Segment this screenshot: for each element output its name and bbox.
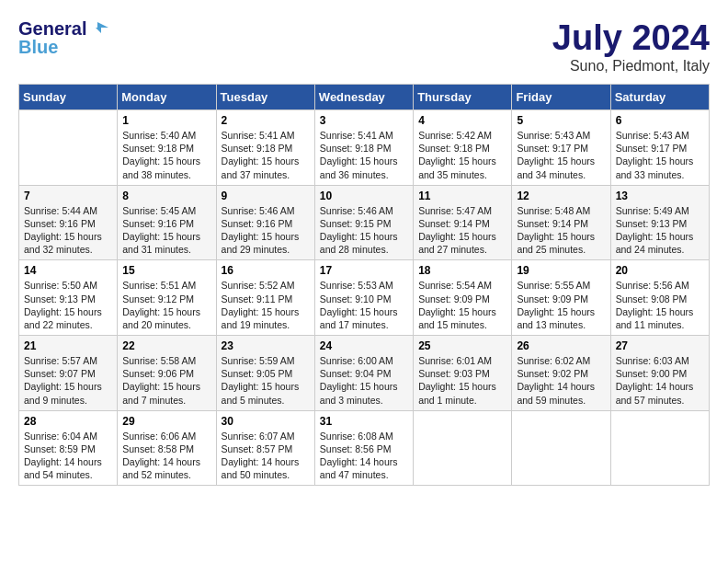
logo-bird-icon (88, 18, 108, 39)
day-number: 25 (418, 339, 506, 352)
calendar-cell: 10Sunrise: 5:46 AM Sunset: 9:15 PM Dayli… (314, 185, 413, 260)
day-number: 19 (517, 264, 605, 277)
day-details: Sunrise: 5:59 AM Sunset: 9:05 PM Dayligh… (222, 354, 310, 407)
day-details: Sunrise: 5:54 AM Sunset: 9:09 PM Dayligh… (418, 279, 506, 331)
col-monday: Monday (118, 85, 216, 110)
calendar-cell: 14Sunrise: 5:50 AM Sunset: 9:13 PM Dayli… (19, 260, 118, 336)
day-number: 31 (320, 415, 408, 428)
day-number: 4 (418, 114, 506, 127)
day-number: 30 (222, 415, 310, 428)
day-number: 10 (320, 190, 408, 202)
calendar-cell: 23Sunrise: 5:59 AM Sunset: 9:05 PM Dayli… (216, 336, 314, 411)
calendar-cell: 9Sunrise: 5:46 AM Sunset: 9:16 PM Daylig… (216, 185, 314, 260)
calendar-cell: 3Sunrise: 5:41 AM Sunset: 9:18 PM Daylig… (314, 110, 413, 186)
day-number: 5 (517, 114, 605, 127)
day-details: Sunrise: 5:51 AM Sunset: 9:12 PM Dayligh… (122, 279, 210, 331)
day-number: 16 (222, 264, 310, 277)
calendar-week-row: 14Sunrise: 5:50 AM Sunset: 9:13 PM Dayli… (19, 260, 710, 336)
day-details: Sunrise: 5:55 AM Sunset: 9:09 PM Dayligh… (517, 279, 605, 331)
day-number: 1 (122, 114, 210, 127)
col-sunday: Sunday (19, 85, 118, 110)
page-header: General Blue July 2024 Suno, Piedmont, I… (18, 18, 710, 75)
calendar-cell (19, 110, 118, 186)
day-details: Sunrise: 5:41 AM Sunset: 9:18 PM Dayligh… (320, 129, 408, 181)
calendar-cell: 27Sunrise: 6:03 AM Sunset: 9:00 PM Dayli… (610, 336, 709, 411)
day-details: Sunrise: 5:43 AM Sunset: 9:17 PM Dayligh… (517, 129, 605, 181)
day-details: Sunrise: 5:58 AM Sunset: 9:06 PM Dayligh… (122, 354, 210, 407)
calendar-cell: 11Sunrise: 5:47 AM Sunset: 9:14 PM Dayli… (414, 185, 512, 260)
calendar-cell: 8Sunrise: 5:45 AM Sunset: 9:16 PM Daylig… (118, 185, 216, 260)
day-details: Sunrise: 6:03 AM Sunset: 9:00 PM Dayligh… (616, 354, 704, 407)
logo-blue: Blue (18, 37, 58, 57)
calendar-cell: 28Sunrise: 6:04 AM Sunset: 8:59 PM Dayli… (19, 410, 118, 486)
calendar-cell: 31Sunrise: 6:08 AM Sunset: 8:56 PM Dayli… (314, 410, 413, 486)
day-number: 20 (616, 264, 704, 277)
day-details: Sunrise: 5:53 AM Sunset: 9:10 PM Dayligh… (320, 279, 408, 331)
day-number: 21 (24, 339, 112, 352)
svg-marker-0 (96, 22, 108, 33)
day-number: 18 (418, 264, 506, 277)
logo-general: General (18, 18, 86, 39)
day-number: 23 (222, 339, 310, 352)
calendar-header-row: Sunday Monday Tuesday Wednesday Thursday… (19, 85, 710, 110)
day-number: 14 (24, 264, 112, 277)
col-tuesday: Tuesday (216, 85, 314, 110)
day-details: Sunrise: 5:57 AM Sunset: 9:07 PM Dayligh… (24, 354, 112, 407)
day-number: 11 (418, 190, 506, 202)
calendar-cell: 24Sunrise: 6:00 AM Sunset: 9:04 PM Dayli… (314, 336, 413, 411)
calendar-cell: 12Sunrise: 5:48 AM Sunset: 9:14 PM Dayli… (512, 185, 610, 260)
day-details: Sunrise: 5:46 AM Sunset: 9:15 PM Dayligh… (320, 204, 408, 257)
day-details: Sunrise: 5:49 AM Sunset: 9:13 PM Dayligh… (616, 204, 704, 257)
calendar-week-row: 28Sunrise: 6:04 AM Sunset: 8:59 PM Dayli… (19, 410, 710, 486)
calendar-table: Sunday Monday Tuesday Wednesday Thursday… (18, 84, 710, 486)
calendar-cell: 15Sunrise: 5:51 AM Sunset: 9:12 PM Dayli… (118, 260, 216, 336)
day-number: 29 (122, 415, 210, 428)
calendar-cell: 6Sunrise: 5:43 AM Sunset: 9:17 PM Daylig… (610, 110, 709, 186)
day-number: 28 (24, 415, 112, 428)
day-details: Sunrise: 6:00 AM Sunset: 9:04 PM Dayligh… (320, 354, 408, 407)
month-year: July 2024 (552, 18, 710, 58)
day-details: Sunrise: 5:47 AM Sunset: 9:14 PM Dayligh… (418, 204, 506, 257)
calendar-week-row: 7Sunrise: 5:44 AM Sunset: 9:16 PM Daylig… (19, 185, 710, 260)
calendar-cell: 4Sunrise: 5:42 AM Sunset: 9:18 PM Daylig… (414, 110, 512, 186)
day-number: 24 (320, 339, 408, 352)
day-number: 2 (222, 114, 310, 127)
day-number: 8 (122, 190, 210, 202)
day-number: 15 (122, 264, 210, 277)
location: Suno, Piedmont, Italy (552, 58, 710, 75)
day-details: Sunrise: 5:41 AM Sunset: 9:18 PM Dayligh… (222, 129, 310, 181)
day-details: Sunrise: 6:01 AM Sunset: 9:03 PM Dayligh… (418, 354, 506, 407)
calendar-cell: 22Sunrise: 5:58 AM Sunset: 9:06 PM Dayli… (118, 336, 216, 411)
day-number: 12 (517, 190, 605, 202)
calendar-week-row: 1Sunrise: 5:40 AM Sunset: 9:18 PM Daylig… (19, 110, 710, 186)
calendar-cell: 19Sunrise: 5:55 AM Sunset: 9:09 PM Dayli… (512, 260, 610, 336)
col-wednesday: Wednesday (314, 85, 413, 110)
day-details: Sunrise: 5:52 AM Sunset: 9:11 PM Dayligh… (222, 279, 310, 331)
day-details: Sunrise: 6:08 AM Sunset: 8:56 PM Dayligh… (320, 430, 408, 482)
day-details: Sunrise: 5:40 AM Sunset: 9:18 PM Dayligh… (122, 129, 210, 181)
calendar-cell: 21Sunrise: 5:57 AM Sunset: 9:07 PM Dayli… (19, 336, 118, 411)
calendar-cell: 30Sunrise: 6:07 AM Sunset: 8:57 PM Dayli… (216, 410, 314, 486)
calendar-cell: 26Sunrise: 6:02 AM Sunset: 9:02 PM Dayli… (512, 336, 610, 411)
day-details: Sunrise: 6:07 AM Sunset: 8:57 PM Dayligh… (222, 430, 310, 482)
day-details: Sunrise: 6:02 AM Sunset: 9:02 PM Dayligh… (517, 354, 605, 407)
day-details: Sunrise: 5:46 AM Sunset: 9:16 PM Dayligh… (222, 204, 310, 257)
day-details: Sunrise: 5:50 AM Sunset: 9:13 PM Dayligh… (24, 279, 112, 331)
calendar-cell: 7Sunrise: 5:44 AM Sunset: 9:16 PM Daylig… (19, 185, 118, 260)
calendar-cell: 16Sunrise: 5:52 AM Sunset: 9:11 PM Dayli… (216, 260, 314, 336)
day-details: Sunrise: 5:43 AM Sunset: 9:17 PM Dayligh… (616, 129, 704, 181)
day-number: 13 (616, 190, 704, 202)
day-number: 9 (222, 190, 310, 202)
calendar-cell (414, 410, 512, 486)
calendar-cell: 2Sunrise: 5:41 AM Sunset: 9:18 PM Daylig… (216, 110, 314, 186)
day-number: 26 (517, 339, 605, 352)
day-number: 17 (320, 264, 408, 277)
calendar-cell: 1Sunrise: 5:40 AM Sunset: 9:18 PM Daylig… (118, 110, 216, 186)
day-details: Sunrise: 6:06 AM Sunset: 8:58 PM Dayligh… (122, 430, 210, 482)
day-number: 3 (320, 114, 408, 127)
col-friday: Friday (512, 85, 610, 110)
day-number: 6 (616, 114, 704, 127)
day-number: 22 (122, 339, 210, 352)
calendar-cell: 25Sunrise: 6:01 AM Sunset: 9:03 PM Dayli… (414, 336, 512, 411)
calendar-week-row: 21Sunrise: 5:57 AM Sunset: 9:07 PM Dayli… (19, 336, 710, 411)
